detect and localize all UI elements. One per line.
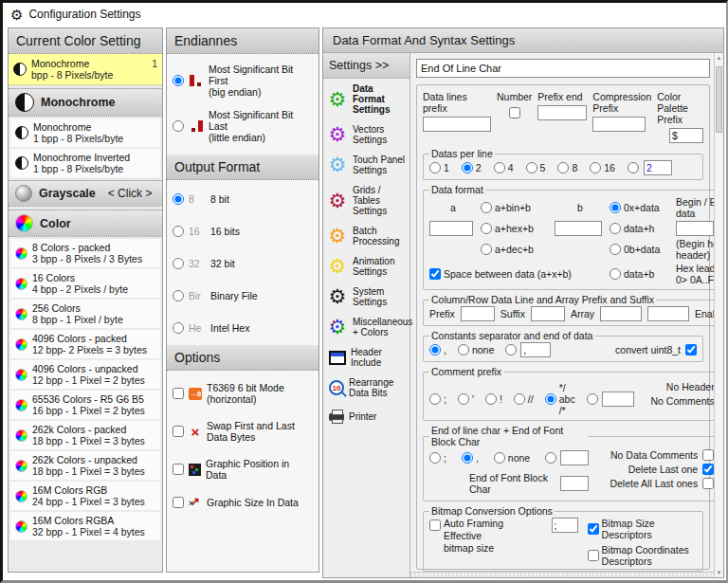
datas-per-line-option[interactable]: 8: [557, 162, 577, 173]
eol-semicolon-option[interactable]: ;: [429, 452, 446, 464]
datas-per-line-option[interactable]: 16: [590, 162, 615, 173]
datas-per-line-option[interactable]: 1: [429, 162, 449, 173]
compression-prefix-input[interactable]: [592, 117, 646, 132]
list-item-65536-colors[interactable]: 65536 Colors - R5 G6 B5 16 bpp - 1 Pixel…: [10, 391, 160, 419]
dpl-radio-4[interactable]: [494, 162, 505, 173]
dpl-radio-custom[interactable]: [628, 162, 639, 173]
colrow-suffix-input[interactable]: [531, 306, 565, 321]
sidebar-item-rearrange-data-bits[interactable]: Rearrange Data Bits: [323, 373, 410, 403]
0b-data-radio[interactable]: [610, 244, 621, 255]
swap-bytes-checkbox[interactable]: [173, 426, 184, 437]
data-b-radio[interactable]: [610, 268, 621, 280]
a-hex-b-option[interactable]: a+hex+b: [481, 223, 551, 234]
t6369-6bit-mode-option[interactable]: T6369 6 bit Mode (horizontal): [167, 382, 318, 405]
comment-slashes-radio[interactable]: [514, 393, 525, 405]
scroll-up-arrow[interactable]: ▲: [715, 53, 723, 63]
bitmap-size-descriptors-option[interactable]: Bitmap Size Descriptors: [588, 518, 697, 540]
list-item-4096-colors-packed[interactable]: 4096 Colors - packed 12 bpp- 2 Pixels = …: [10, 330, 160, 358]
output-32bit-radio[interactable]: [173, 258, 184, 269]
output-16bits-radio[interactable]: [173, 226, 184, 237]
0x-data-radio[interactable]: [610, 202, 621, 213]
settings-sidebar-header[interactable]: Settings >>: [323, 53, 410, 79]
constants-custom-input[interactable]: [520, 342, 551, 357]
constants-none-option[interactable]: none: [458, 344, 494, 355]
t6369-6bit-mode-checkbox[interactable]: [173, 388, 184, 399]
dpl-radio-1[interactable]: [429, 162, 441, 173]
list-item-monochrome-inverted[interactable]: Monochrome Inverted 1 bpp - 8 Pixels/byt…: [10, 149, 160, 177]
constants-custom-option[interactable]: [505, 344, 517, 355]
constants-custom-radio[interactable]: [505, 344, 517, 355]
eol-custom-input[interactable]: [560, 450, 589, 465]
datas-per-line-custom-option[interactable]: [628, 162, 639, 173]
comment-bang-option[interactable]: !: [485, 393, 502, 405]
constants-comma-radio[interactable]: [429, 344, 441, 355]
auto-framing-checkbox[interactable]: [429, 519, 441, 531]
eol-none-option[interactable]: none: [494, 452, 530, 464]
eol-none-radio[interactable]: [494, 452, 505, 464]
dpl-radio-8[interactable]: [557, 162, 569, 173]
sidebar-item-vectors-settings[interactable]: Vectors Settings: [323, 119, 410, 150]
comment-custom-option[interactable]: [587, 393, 598, 405]
color-palette-prefix-input[interactable]: [669, 128, 703, 143]
horizontal-scrollbar[interactable]: [410, 572, 714, 577]
colrow-array-input[interactable]: [600, 306, 642, 321]
eol-comma-radio[interactable]: [462, 452, 473, 464]
output-binary-file-radio[interactable]: [173, 290, 184, 301]
delete-last-one-checkbox[interactable]: [702, 464, 714, 475]
auto-framing-option[interactable]: Auto FramingEffective bitmap size: [429, 518, 504, 555]
swap-bytes-option[interactable]: Swap First and Last Data Bytes: [167, 420, 318, 443]
list-item-262k-colors-unpacked[interactable]: 262k Colors - unpacked 18 bpp - 1 Pixel …: [10, 451, 160, 480]
graphic-position-option[interactable]: Graphic Position in Data: [167, 458, 318, 481]
sidebar-item-header-include[interactable]: Header Include: [323, 342, 410, 373]
eol-custom-option[interactable]: [545, 452, 556, 464]
group-header-monochrome[interactable]: Monochrome: [9, 88, 162, 117]
graphic-position-checkbox[interactable]: [173, 464, 184, 475]
comment-block-option[interactable]: */ abc /*: [545, 382, 575, 416]
end-of-line-char-combo[interactable]: [416, 59, 710, 78]
colrow-array2-input[interactable]: [647, 306, 689, 321]
bitmap-coordinates-descriptors-checkbox[interactable]: [588, 550, 599, 561]
list-item-8-colors-packed[interactable]: 8 Colors - packed 3 bpp - 8 Pixels / 3 B…: [10, 239, 160, 267]
output-32bit-option[interactable]: 32 32 bit: [167, 258, 318, 269]
bitmap-coordinates-descriptors-option[interactable]: Bitmap Coordinates Descriptors: [588, 544, 697, 567]
datas-per-line-option[interactable]: 4: [494, 162, 514, 173]
endian-msb-first-option[interactable]: Most Significant Bit First(big endian): [167, 64, 318, 98]
sidebar-item-data-format-settings[interactable]: Data Format Settings: [323, 79, 410, 119]
eol-custom-radio[interactable]: [545, 452, 556, 464]
font-block-char-input[interactable]: [560, 476, 589, 491]
data-h-radio[interactable]: [610, 223, 621, 234]
datas-per-line-custom-input[interactable]: [644, 160, 672, 175]
prefix-end-input[interactable]: [537, 105, 587, 120]
comment-quote-option[interactable]: ': [458, 393, 474, 405]
delete-all-last-checkbox[interactable]: [702, 478, 714, 489]
comment-quote-radio[interactable]: [458, 393, 469, 405]
dpl-radio-2[interactable]: [462, 162, 473, 173]
data-lines-prefix-input[interactable]: [423, 117, 491, 132]
comment-slashes-option[interactable]: //: [514, 393, 534, 405]
sidebar-item-miscellaneous-colors[interactable]: Miscellaneous + Colors: [323, 312, 410, 342]
datas-per-line-option[interactable]: 2: [462, 162, 482, 173]
datas-per-line-option[interactable]: 5: [526, 162, 546, 173]
output-intel-hex-option[interactable]: He Intel Hex: [167, 322, 318, 334]
endian-msb-first-radio[interactable]: [173, 75, 184, 86]
convert-uint8-checkbox[interactable]: [685, 344, 697, 355]
constants-comma-option[interactable]: ,: [429, 344, 446, 355]
b-input[interactable]: [555, 221, 602, 236]
bitmap-size-descriptors-checkbox[interactable]: [588, 523, 599, 535]
sidebar-item-touch-panel-settings[interactable]: Touch Panel Settings: [323, 150, 410, 180]
list-item-16-colors[interactable]: 16 Colors 4 bpp - 2 Pixels / byte: [10, 269, 160, 298]
list-item-262k-colors-packed[interactable]: 262k Colors - packed 18 bpp - 1 Pixel = …: [10, 421, 160, 449]
graphic-size-checkbox[interactable]: [173, 497, 184, 508]
comment-semicolon-option[interactable]: ;: [429, 393, 446, 405]
output-8bit-option[interactable]: 8 8 bit: [167, 193, 318, 205]
group-header-grayscale[interactable]: Grayscale < Click >: [9, 180, 162, 207]
list-item-monochrome[interactable]: Monochrome 1 bpp - 8 Pixels/byte: [10, 118, 160, 147]
output-8bit-radio[interactable]: [173, 193, 184, 205]
output-16bits-option[interactable]: 16 16 bits: [167, 226, 318, 237]
data-b-option[interactable]: data+b: [610, 268, 672, 280]
a-bin-b-radio[interactable]: [481, 202, 492, 213]
output-intel-hex-radio[interactable]: [173, 322, 184, 334]
a-input[interactable]: [429, 221, 473, 236]
space-between-data-option[interactable]: Space between data (a+x+b): [429, 268, 606, 280]
dpl-radio-5[interactable]: [526, 162, 537, 173]
